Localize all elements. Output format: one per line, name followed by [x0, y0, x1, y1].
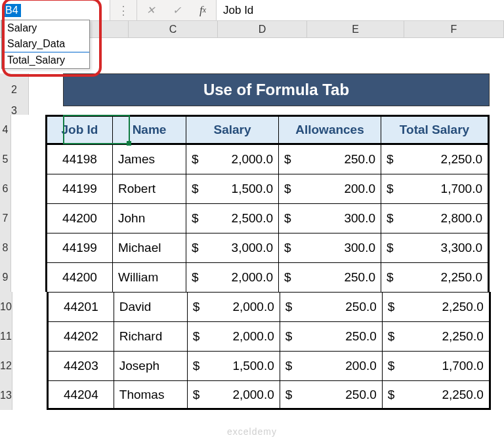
named-range-item[interactable]: Salary [2, 20, 89, 36]
cell-name[interactable]: James [113, 144, 186, 174]
cell-total[interactable]: $2,250.0 [383, 321, 489, 351]
cell-jobid[interactable]: 44200 [47, 203, 113, 233]
cell-jobid[interactable]: 44204 [49, 380, 114, 408]
row-header[interactable]: 10 [0, 292, 12, 321]
cell-total[interactable]: $1,700.0 [383, 351, 489, 380]
row-header[interactable]: 11 [0, 321, 12, 351]
cell-name[interactable]: Robert [113, 174, 186, 203]
row-header[interactable]: 7 [0, 203, 11, 233]
cell-name[interactable]: John [113, 203, 186, 233]
cell-salary[interactable]: $2,500.0 [186, 203, 279, 233]
formula-bar: Salary Salary_Data Total_Salary ⋮ ✕ ✓ fx [0, 0, 504, 21]
table-header-name[interactable]: Name [113, 117, 186, 144]
cell-salary[interactable]: $3,000.0 [186, 233, 279, 262]
cell-jobid[interactable]: 44198 [47, 144, 113, 174]
watermark: exceldemy [0, 426, 504, 437]
column-header[interactable]: C [129, 21, 218, 37]
cell-allowances[interactable]: $250.0 [280, 380, 383, 408]
table-header-salary[interactable]: Salary [186, 117, 279, 144]
cell-allowances[interactable]: $250.0 [279, 262, 381, 292]
cell-allowances[interactable]: $250.0 [280, 321, 383, 351]
row-header[interactable]: 2 [0, 73, 29, 106]
cell-allowances[interactable]: $250.0 [279, 144, 381, 174]
name-box-dropdown[interactable]: Salary Salary_Data Total_Salary [1, 20, 90, 69]
cell-salary[interactable]: $1,500.0 [188, 351, 280, 380]
cell-total[interactable]: $2,250.0 [383, 292, 489, 321]
name-box[interactable]: Salary Salary_Data Total_Salary [0, 0, 110, 20]
cell-jobid[interactable]: 44203 [49, 351, 114, 380]
cell-allowances[interactable]: $250.0 [280, 292, 383, 321]
column-header[interactable]: F [404, 21, 504, 37]
cell-salary[interactable]: $2,000.0 [186, 144, 279, 174]
cell-name[interactable]: Michael [113, 233, 186, 262]
cell-salary[interactable]: $1,500.0 [186, 174, 279, 203]
cell-name[interactable]: Richard [114, 321, 188, 351]
row-header[interactable]: 4 [0, 115, 11, 144]
cell-allowances[interactable]: $300.0 [279, 203, 381, 233]
row-header[interactable]: 13 [0, 380, 12, 410]
cell-name[interactable]: Thomas [114, 380, 188, 408]
cell-total[interactable]: $2,250.0 [381, 144, 488, 174]
cell-name[interactable]: Joseph [114, 351, 188, 380]
cell-jobid[interactable]: 44202 [49, 321, 114, 351]
cell-jobid[interactable]: 44199 [47, 174, 113, 203]
formula-bar-expand-icon[interactable]: ⋮ [110, 0, 136, 20]
sheet-title: Use of Formula Tab [63, 73, 490, 106]
cell-total[interactable]: $2,250.0 [381, 262, 488, 292]
spreadsheet-grid: 2 Use of Formula Tab 3 4 Job Id Name Sal… [0, 38, 504, 410]
table-header-total[interactable]: Total Salary [381, 117, 488, 144]
row-header[interactable]: 3 [0, 106, 29, 115]
table-header-jobid[interactable]: Job Id [47, 117, 113, 144]
table-header-allowances[interactable]: Allowances [279, 117, 381, 144]
cell-total[interactable]: $3,300.0 [381, 233, 488, 262]
cell-salary[interactable]: $2,000.0 [186, 262, 279, 292]
named-range-item[interactable]: Total_Salary [2, 52, 89, 68]
row-header[interactable]: 9 [0, 262, 11, 292]
row-header[interactable]: 6 [0, 174, 11, 203]
cell-salary[interactable]: $2,000.0 [188, 380, 280, 408]
cell-allowances[interactable]: $200.0 [280, 351, 383, 380]
row-header[interactable]: 8 [0, 233, 11, 262]
cell-name[interactable]: David [114, 292, 188, 321]
cell-total[interactable]: $1,700.0 [381, 174, 488, 203]
cell-jobid[interactable]: 44199 [47, 233, 113, 262]
cell-total[interactable]: $2,250.0 [383, 380, 489, 408]
named-range-item[interactable]: Salary_Data [2, 36, 89, 52]
name-box-input[interactable] [4, 4, 21, 17]
cell-salary[interactable]: $2,000.0 [188, 321, 280, 351]
cell-jobid[interactable]: 44201 [49, 292, 114, 321]
row-header[interactable]: 12 [0, 351, 12, 380]
cancel-icon[interactable]: ✕ [137, 0, 163, 20]
cell-allowances[interactable]: $200.0 [279, 174, 381, 203]
enter-icon[interactable]: ✓ [163, 0, 190, 20]
cell-allowances[interactable]: $300.0 [279, 233, 381, 262]
cell-name[interactable]: William [113, 262, 186, 292]
row-header[interactable]: 5 [0, 144, 11, 174]
cell-jobid[interactable]: 44200 [47, 262, 113, 292]
cell-total[interactable]: $2,800.0 [381, 203, 488, 233]
cell-salary[interactable]: $2,000.0 [188, 292, 280, 321]
column-header[interactable]: D [218, 21, 307, 37]
formula-input[interactable] [216, 0, 504, 20]
column-header[interactable]: E [307, 21, 404, 37]
fx-icon[interactable]: fx [190, 0, 216, 20]
